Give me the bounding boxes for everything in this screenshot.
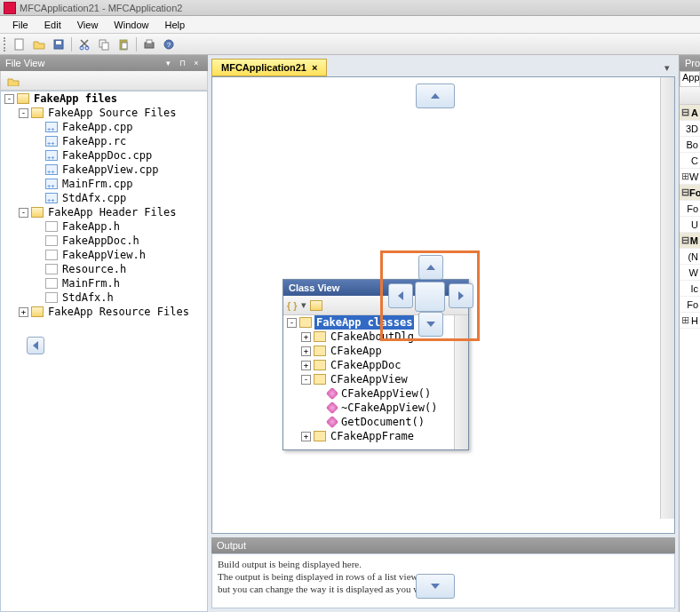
open-icon[interactable] bbox=[30, 36, 48, 53]
properties-header[interactable]: Prope bbox=[680, 55, 700, 71]
prop-row[interactable]: ⊞H bbox=[680, 313, 700, 329]
method-item[interactable]: ~CFakeAppView() bbox=[339, 401, 439, 415]
class-item[interactable]: CFakeApp bbox=[329, 344, 384, 358]
class-item[interactable]: CFakeAppView bbox=[329, 372, 410, 386]
properties-combo[interactable]: Appli bbox=[680, 71, 700, 87]
expand-icon[interactable]: + bbox=[301, 361, 311, 370]
prop-row[interactable]: U bbox=[680, 217, 700, 233]
close-panel-icon[interactable]: × bbox=[190, 57, 203, 69]
tree-file[interactable]: StdAfx.h bbox=[60, 290, 115, 305]
tab-close-icon[interactable]: × bbox=[312, 62, 317, 73]
expand-icon[interactable]: ⊞ bbox=[681, 171, 689, 182]
expand-icon[interactable]: ⊟ bbox=[681, 187, 689, 198]
dropdown-icon[interactable]: ▾ bbox=[301, 299, 306, 311]
expand-icon[interactable]: + bbox=[301, 346, 311, 356]
tree-folder-res[interactable]: FakeApp Resource Files bbox=[46, 305, 191, 319]
prop-row[interactable]: ⊟A bbox=[680, 105, 700, 121]
dock-down-icon[interactable] bbox=[418, 312, 443, 337]
dock-edge-bottom-icon[interactable] bbox=[416, 574, 455, 599]
tree-folder-hdr[interactable]: FakeApp Header Files bbox=[46, 205, 179, 219]
dock-right-icon[interactable] bbox=[449, 283, 473, 308]
expand-icon[interactable]: ⊟ bbox=[681, 234, 690, 246]
class-item[interactable]: CFakeAppFrame bbox=[329, 429, 416, 443]
fileview-header[interactable]: File View ▾ ⊓ × bbox=[0, 55, 208, 71]
toolbar: ? bbox=[0, 34, 700, 55]
tree-root[interactable]: FakeApp files bbox=[32, 91, 119, 106]
expand-icon[interactable]: - bbox=[19, 208, 28, 218]
prop-row[interactable]: W bbox=[680, 265, 700, 281]
toolbar-grip[interactable] bbox=[4, 37, 7, 52]
expand-icon[interactable]: - bbox=[287, 318, 297, 328]
pin-icon[interactable]: ⊓ bbox=[176, 57, 188, 69]
dock-edge-top-icon[interactable] bbox=[416, 83, 455, 108]
prop-label: 3D bbox=[686, 123, 698, 134]
expand-icon[interactable]: - bbox=[4, 94, 14, 104]
prop-row[interactable]: ⊟Fo bbox=[680, 185, 700, 201]
menu-file[interactable]: File bbox=[5, 18, 36, 32]
prop-label: (N bbox=[688, 251, 698, 262]
expand-icon[interactable]: + bbox=[301, 332, 311, 342]
folder-home-icon[interactable] bbox=[4, 72, 22, 90]
fileview-panel: File View ▾ ⊓ × -FakeApp files -FakeApp … bbox=[0, 55, 208, 612]
expand-icon[interactable]: ⊟ bbox=[681, 107, 691, 118]
expand-icon[interactable]: - bbox=[301, 375, 311, 385]
prop-row[interactable]: C bbox=[680, 153, 700, 169]
expand-icon[interactable]: - bbox=[19, 108, 28, 118]
dock-edge-left-icon[interactable] bbox=[27, 337, 44, 354]
prop-label: M bbox=[690, 235, 698, 246]
tree-file[interactable]: FakeAppView.cpp bbox=[60, 163, 160, 177]
tree-file[interactable]: MainFrm.cpp bbox=[60, 177, 134, 191]
print-icon[interactable] bbox=[140, 36, 158, 53]
tree-file[interactable]: FakeApp.h bbox=[60, 219, 122, 234]
dock-center-icon[interactable] bbox=[415, 282, 445, 312]
dock-overlay bbox=[380, 250, 480, 341]
menu-view[interactable]: View bbox=[70, 18, 106, 32]
menu-edit[interactable]: Edit bbox=[37, 18, 68, 32]
class-item[interactable]: CFakeAppDoc bbox=[329, 358, 402, 372]
tree-file[interactable]: StdAfx.cpp bbox=[60, 191, 128, 205]
prop-row[interactable]: 3D bbox=[680, 121, 700, 137]
about-icon[interactable]: ? bbox=[160, 36, 178, 53]
cut-icon[interactable] bbox=[76, 36, 93, 53]
save-icon[interactable] bbox=[50, 36, 68, 53]
prop-row[interactable]: Fo bbox=[680, 201, 700, 217]
expand-icon[interactable]: + bbox=[19, 307, 28, 317]
output-header[interactable]: Output bbox=[211, 537, 675, 553]
prop-row[interactable]: ⊟M bbox=[680, 233, 700, 249]
prop-row[interactable]: (N bbox=[680, 249, 700, 265]
method-item[interactable]: CFakeAppView() bbox=[339, 386, 433, 401]
method-item[interactable]: GetDocument() bbox=[339, 415, 426, 429]
prop-row[interactable]: Ic bbox=[680, 281, 700, 297]
tree-folder-src[interactable]: FakeApp Source Files bbox=[46, 106, 179, 120]
prop-row[interactable]: Bo bbox=[680, 137, 700, 153]
menu-window[interactable]: Window bbox=[107, 18, 155, 32]
dock-left-icon[interactable] bbox=[388, 283, 413, 308]
tree-file[interactable]: FakeAppDoc.cpp bbox=[60, 148, 154, 163]
prop-row[interactable]: Fo bbox=[680, 297, 700, 313]
paste-icon[interactable] bbox=[115, 36, 132, 53]
prop-label: A bbox=[691, 107, 698, 118]
tabbar-menu-icon[interactable]: ▾ bbox=[659, 62, 675, 74]
copy-icon[interactable] bbox=[95, 36, 113, 53]
scrollbar-vertical[interactable] bbox=[660, 77, 674, 519]
tree-file[interactable]: FakeAppDoc.h bbox=[60, 234, 141, 248]
header-file-icon bbox=[45, 292, 58, 303]
new-icon[interactable] bbox=[11, 36, 28, 53]
brace-icon[interactable]: { } bbox=[287, 300, 298, 311]
tree-file[interactable]: FakeApp.rc bbox=[60, 134, 128, 148]
prop-label: Bo bbox=[687, 139, 698, 150]
tree-file[interactable]: FakeAppView.h bbox=[60, 248, 147, 262]
prop-row[interactable]: ⊞W bbox=[680, 169, 700, 185]
dropdown-icon[interactable]: ▾ bbox=[162, 57, 174, 69]
tree-file[interactable]: MainFrm.h bbox=[60, 276, 122, 290]
tab-active[interactable]: MFCApplication21 × bbox=[211, 59, 327, 76]
folder-open-icon[interactable] bbox=[310, 300, 322, 311]
tree-file[interactable]: Resource.h bbox=[60, 262, 128, 276]
window-title: MFCApplication21 - MFCApplication2 bbox=[20, 3, 182, 13]
fileview-title: File View bbox=[5, 58, 44, 68]
menu-help[interactable]: Help bbox=[157, 18, 192, 32]
expand-icon[interactable]: ⊞ bbox=[681, 314, 691, 326]
dock-up-icon[interactable] bbox=[418, 255, 443, 280]
tree-file[interactable]: FakeApp.cpp bbox=[60, 120, 134, 134]
expand-icon[interactable]: + bbox=[301, 432, 311, 441]
